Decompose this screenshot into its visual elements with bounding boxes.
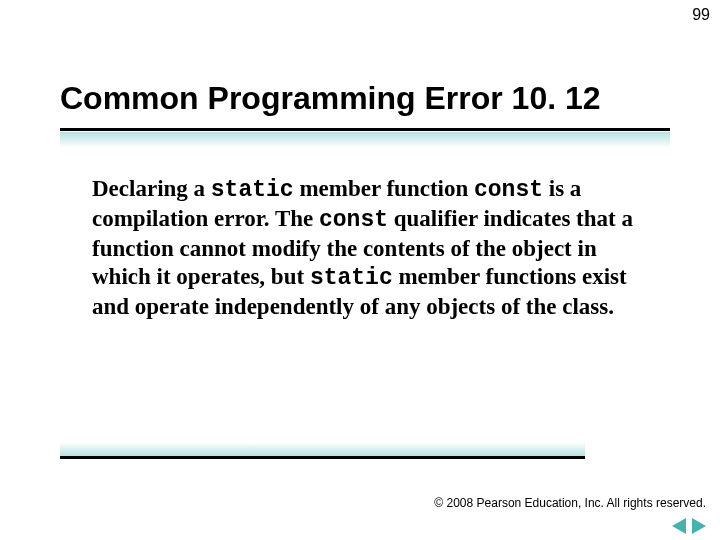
text-fragment: Declaring a [92,176,211,201]
next-slide-icon[interactable] [692,518,706,534]
code-keyword-const: const [319,207,388,233]
code-keyword-static: static [310,265,393,291]
slide: 99 Common Programming Error 10. 12 Decla… [0,0,720,540]
bottom-rule [60,456,585,459]
page-number: 99 [692,6,710,24]
title-rule [60,128,670,131]
code-keyword-const: const [474,177,543,203]
prev-slide-icon[interactable] [672,518,686,534]
slide-title: Common Programming Error 10. 12 [60,80,601,117]
copyright-footer: © 2008 Pearson Education, Inc. All right… [434,496,706,510]
body-text: Declaring a static member function const… [92,175,652,322]
code-keyword-static: static [211,177,294,203]
title-accent [60,132,670,148]
text-fragment: member function [294,176,474,201]
nav-controls [672,518,706,534]
bottom-accent [60,442,585,456]
